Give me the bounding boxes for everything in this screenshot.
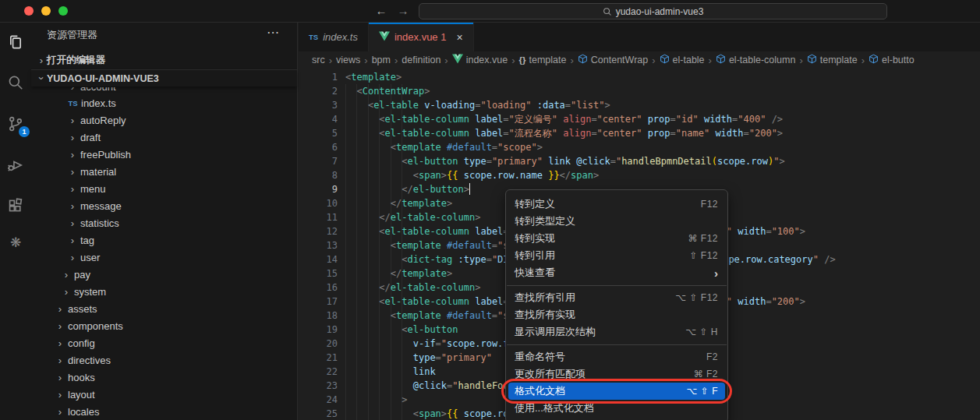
tree-item-layout[interactable]: ›layout — [31, 386, 296, 403]
open-editors-section[interactable]: › 打开的编辑器 — [31, 51, 297, 69]
line-number[interactable]: 6 — [299, 140, 338, 154]
tree-item-directives[interactable]: ›directives — [31, 351, 296, 369]
code-line[interactable]: 8 <span>{{ scope.row.name }}</span> — [299, 168, 980, 182]
tree-item-assets[interactable]: ›assets — [31, 300, 296, 317]
line-number[interactable]: 3 — [299, 98, 338, 112]
line-number[interactable]: 22 — [299, 365, 338, 379]
search-value: yudao-ui-admin-vue3 — [616, 6, 704, 17]
tree-item-menu[interactable]: ›menu — [31, 180, 296, 197]
menu-item-转到引用[interactable]: 转到引用⇧ F12 — [506, 247, 727, 264]
line-number[interactable]: 24 — [299, 393, 338, 407]
navigate-forward-button[interactable]: → — [394, 3, 412, 19]
line-number[interactable]: 16 — [299, 281, 338, 295]
menu-item-转到类型定义[interactable]: 转到类型定义 — [506, 213, 727, 230]
menu-item-查找所有引用[interactable]: 查找所有引用⌥ ⇧ F12 — [506, 289, 727, 306]
tree-item-config[interactable]: ›config — [31, 334, 296, 351]
extensions-icon[interactable] — [6, 196, 25, 215]
line-number[interactable]: 17 — [299, 295, 338, 309]
breadcrumb-item-el-butto[interactable]: el-butto — [869, 54, 915, 66]
menu-item-显示调用层次结构[interactable]: 显示调用层次结构⌥ ⇧ H — [506, 323, 727, 341]
breadcrumb-item-el-table-column[interactable]: el-table-column — [716, 54, 795, 66]
line-number[interactable]: 23 — [299, 379, 338, 393]
line-number[interactable]: 25 — [299, 407, 338, 420]
line-number[interactable]: 15 — [299, 266, 338, 281]
tree-item-system[interactable]: ›system — [31, 283, 296, 300]
code-line[interactable]: 2 <ContentWrap> — [299, 84, 980, 98]
line-number[interactable]: 13 — [299, 238, 338, 252]
run-debug-icon[interactable] — [6, 156, 25, 175]
tree-item-tag[interactable]: ›tag — [31, 231, 296, 249]
tree-item-draft[interactable]: ›draft — [31, 129, 296, 146]
line-number[interactable]: 7 — [299, 154, 338, 168]
breadcrumb-item-definition[interactable]: definition — [402, 55, 440, 65]
menu-item-重命名符号[interactable]: 重命名符号F2 — [506, 348, 727, 365]
tree-item-label: pay — [74, 269, 90, 281]
tree-item-hooks[interactable]: ›hooks — [31, 369, 296, 386]
tree-item-autoReply[interactable]: ›autoReply — [31, 111, 296, 129]
chatgpt-icon[interactable]: ❋ — [6, 234, 25, 252]
tree-item-user[interactable]: ›user — [31, 249, 296, 266]
menu-item-快速查看[interactable]: 快速查看› — [506, 264, 727, 281]
tree-item-label: account — [80, 87, 116, 93]
tree-item-message[interactable]: ›message — [31, 197, 296, 214]
line-number[interactable]: 18 — [299, 309, 338, 323]
maximize-window-button[interactable] — [58, 6, 68, 16]
line-number[interactable]: 9 — [299, 182, 338, 196]
tab-index.vue-1[interactable]: index.vue 1× — [369, 23, 474, 51]
breadcrumb-item-el-table[interactable]: el-table — [660, 54, 705, 66]
tree-item-freePublish[interactable]: ›freePublish — [31, 146, 296, 163]
breadcrumb-item-views[interactable]: views — [336, 55, 360, 65]
code-line[interactable]: 4 <el-table-column label="定义编号" align="c… — [299, 112, 980, 126]
explorer-icon[interactable] — [6, 33, 25, 51]
navigate-back-button[interactable]: ← — [373, 3, 390, 19]
breadcrumb-item-ContentWrap[interactable]: ContentWrap — [578, 54, 648, 66]
close-window-button[interactable] — [24, 6, 34, 16]
more-actions-icon[interactable]: ⋯ — [267, 25, 280, 40]
line-number[interactable]: 11 — [299, 210, 338, 224]
code-line[interactable]: 1<template> — [299, 70, 980, 84]
line-number[interactable]: 2 — [299, 84, 338, 98]
line-number[interactable]: 20 — [299, 337, 338, 351]
breadcrumb-item-src[interactable]: src — [312, 55, 325, 65]
line-number[interactable]: 12 — [299, 224, 338, 238]
breadcrumb-item-template[interactable]: {}template — [519, 55, 567, 65]
code-line[interactable]: 3 <el-table v-loading="loading" :data="l… — [299, 98, 980, 112]
tree-item-account[interactable]: ›account — [31, 87, 296, 94]
tree-item-locales[interactable]: ›locales — [31, 403, 296, 420]
project-root-section[interactable]: › YUDAO-UI-ADMIN-VUE3 — [31, 69, 297, 86]
menu-item-查找所有实现[interactable]: 查找所有实现 — [506, 306, 727, 323]
breadcrumb-item-bpm[interactable]: bpm — [372, 55, 391, 65]
tree-item-label: statistics — [80, 217, 119, 229]
minimize-window-button[interactable] — [41, 6, 51, 16]
tree-item-components[interactable]: ›components — [31, 317, 296, 334]
tree-item-pay[interactable]: ›pay — [31, 266, 296, 283]
menu-item-更改所有匹配项[interactable]: 更改所有匹配项⌘ F2 — [506, 365, 727, 383]
line-number[interactable]: 4 — [299, 112, 338, 126]
tree-item-statistics[interactable]: ›statistics — [31, 214, 296, 231]
tab-index.ts[interactable]: TSindex.ts — [299, 23, 369, 51]
menu-item-使用...格式化文档[interactable]: 使用...格式化文档 — [506, 400, 727, 417]
search-icon[interactable] — [6, 73, 25, 92]
line-number[interactable]: 10 — [299, 196, 338, 210]
code-line[interactable]: 6 <template #default="scope"> — [299, 140, 980, 154]
code-line[interactable]: 7 <el-button type="primary" link @click=… — [299, 154, 980, 168]
tree-item-label: freePublish — [80, 149, 131, 161]
menu-item-转到定义[interactable]: 转到定义F12 — [506, 196, 727, 213]
line-number[interactable]: 21 — [299, 351, 338, 365]
breadcrumb-item-index.vue[interactable]: index.vue — [452, 54, 508, 66]
menu-item-转到实现[interactable]: 转到实现⌘ F12 — [506, 230, 727, 247]
line-number[interactable]: 1 — [299, 70, 338, 84]
breadcrumb-item-template[interactable]: template — [807, 54, 858, 66]
line-number[interactable]: 14 — [299, 252, 338, 266]
line-number[interactable]: 8 — [299, 168, 338, 182]
code-line[interactable]: 5 <el-table-column label="流程名称" align="c… — [299, 126, 980, 140]
line-number[interactable]: 5 — [299, 126, 338, 140]
chevron-down-icon: › — [36, 73, 48, 84]
tree-item-index.ts[interactable]: TSindex.ts — [31, 94, 296, 111]
command-center-search[interactable]: yudao-ui-admin-vue3 — [419, 3, 887, 19]
source-control-icon[interactable]: 1 — [6, 115, 25, 133]
menu-item-格式化文档[interactable]: 格式化文档⌥ ⇧ F — [508, 383, 725, 400]
close-icon[interactable]: × — [456, 31, 462, 44]
line-number[interactable]: 19 — [299, 323, 338, 337]
tree-item-material[interactable]: ›material — [31, 163, 296, 180]
